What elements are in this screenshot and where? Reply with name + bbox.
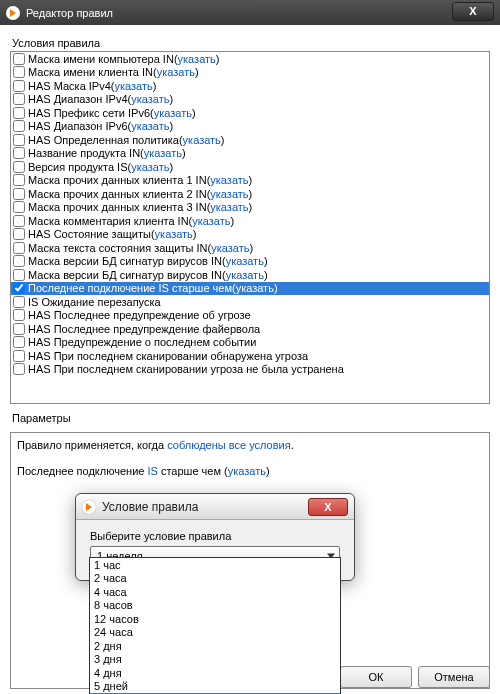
condition-row[interactable]: Последнее подключение IS старше чем (ука…: [11, 282, 489, 296]
condition-row[interactable]: Маска прочих данных клиента 1 IN (указат…: [11, 174, 489, 188]
condition-specify-link[interactable]: указать: [210, 201, 248, 213]
condition-checkbox[interactable]: [13, 93, 25, 105]
condition-specify-link[interactable]: указать: [183, 134, 221, 146]
close-button[interactable]: X: [452, 2, 494, 21]
condition-specify-link[interactable]: указать: [131, 161, 169, 173]
operator-link[interactable]: IS: [147, 465, 157, 477]
cancel-button[interactable]: Отмена: [418, 666, 490, 688]
condition-checkbox[interactable]: [13, 228, 25, 240]
condition-text: Маска версии БД сигнатур вирусов IN: [28, 255, 222, 267]
condition-row[interactable]: HAS Префикс сети IPv6 (указать): [11, 106, 489, 120]
condition-checkbox[interactable]: [13, 174, 25, 186]
condition-row[interactable]: Маска прочих данных клиента 2 IN (указат…: [11, 187, 489, 201]
dropdown-option[interactable]: 2 часа: [90, 572, 340, 586]
condition-checkbox[interactable]: [13, 215, 25, 227]
condition-checkbox[interactable]: [13, 107, 25, 119]
condition-row[interactable]: HAS Определенная политика (указать): [11, 133, 489, 147]
condition-text: Маска имени компьютера IN: [28, 53, 174, 65]
condition-checkbox[interactable]: [13, 120, 25, 132]
condition-specify-link[interactable]: указать: [155, 228, 193, 240]
close-icon: X: [324, 501, 331, 513]
condition-specify-link[interactable]: указать: [192, 215, 230, 227]
condition-row[interactable]: HAS Последнее предупреждение об угрозе: [11, 309, 489, 323]
dropdown-option[interactable]: 5 дней: [90, 680, 340, 694]
condition-row[interactable]: Маска прочих данных клиента 3 IN (указат…: [11, 201, 489, 215]
condition-row[interactable]: HAS Маска IPv4 (указать): [11, 79, 489, 93]
dropdown-option[interactable]: 3 дня: [90, 653, 340, 667]
conditions-match-link[interactable]: соблюдены все условия: [167, 439, 290, 451]
condition-specify-link[interactable]: указать: [210, 174, 248, 186]
condition-specify-link[interactable]: указать: [154, 107, 192, 119]
condition-checkbox[interactable]: [13, 296, 25, 308]
condition-text: HAS Предупреждение о последнем событии: [28, 336, 256, 348]
dropdown-option[interactable]: 8 часов: [90, 599, 340, 613]
condition-checkbox[interactable]: [13, 201, 25, 213]
condition-checkbox[interactable]: [13, 269, 25, 281]
condition-specify-link[interactable]: указать: [226, 255, 264, 267]
dropdown-option[interactable]: 1 час: [90, 558, 340, 572]
condition-checkbox[interactable]: [13, 53, 25, 65]
condition-row[interactable]: Версия продукта IS (указать): [11, 160, 489, 174]
titlebar[interactable]: Редактор правил X: [0, 0, 500, 25]
condition-specify-link[interactable]: указать: [115, 80, 153, 92]
dialog-close-button[interactable]: X: [308, 498, 348, 516]
condition-specify-link[interactable]: указать: [210, 188, 248, 200]
condition-row[interactable]: Маска комментария клиента IN (указать): [11, 214, 489, 228]
condition-text: Маска прочих данных клиента 2 IN: [28, 188, 207, 200]
condition-row[interactable]: HAS Предупреждение о последнем событии: [11, 336, 489, 350]
condition-dropdown-list[interactable]: 1 час2 часа4 часа8 часов12 часов24 часа2…: [89, 557, 341, 694]
condition-row[interactable]: Маска имени компьютера IN (указать): [11, 52, 489, 66]
condition-checkbox[interactable]: [13, 323, 25, 335]
text: старше чем: [158, 465, 224, 477]
condition-checkbox[interactable]: [13, 363, 25, 375]
dropdown-option[interactable]: 4 дня: [90, 666, 340, 680]
cancel-label: Отмена: [434, 671, 473, 683]
condition-checkbox[interactable]: [13, 242, 25, 254]
condition-specify-link[interactable]: указать: [157, 66, 195, 78]
condition-checkbox[interactable]: [13, 282, 25, 294]
condition-row[interactable]: Маска версии БД сигнатур вирусов IN (ука…: [11, 268, 489, 282]
dialog-titlebar[interactable]: Условие правила X: [76, 494, 354, 520]
condition-checkbox[interactable]: [13, 188, 25, 200]
condition-specify-link[interactable]: указать: [131, 93, 169, 105]
condition-text: IS Ожидание перезапуска: [28, 296, 161, 308]
dialog-field-label: Выберите условие правила: [90, 530, 340, 542]
condition-checkbox[interactable]: [13, 66, 25, 78]
condition-row[interactable]: HAS Состояние защиты (указать): [11, 228, 489, 242]
condition-row[interactable]: HAS Диапазон IPv4 (указать): [11, 93, 489, 107]
condition-checkbox[interactable]: [13, 309, 25, 321]
condition-row[interactable]: Маска имени клиента IN (указать): [11, 66, 489, 80]
condition-checkbox[interactable]: [13, 161, 25, 173]
condition-checkbox[interactable]: [13, 147, 25, 159]
ok-button[interactable]: ОК: [340, 666, 412, 688]
condition-row[interactable]: Название продукта IN (указать): [11, 147, 489, 161]
condition-specify-link[interactable]: указать: [144, 147, 182, 159]
condition-specify-link[interactable]: указать: [211, 242, 249, 254]
condition-text: HAS Диапазон IPv4: [28, 93, 128, 105]
condition-text: Маска версии БД сигнатур вирусов IN: [28, 269, 222, 281]
condition-specify-link[interactable]: указать: [178, 53, 216, 65]
condition-checkbox[interactable]: [13, 350, 25, 362]
conditions-listbox[interactable]: Маска имени компьютера IN (указать)Маска…: [10, 51, 490, 404]
condition-checkbox[interactable]: [13, 255, 25, 267]
condition-checkbox[interactable]: [13, 134, 25, 146]
condition-row[interactable]: Маска версии БД сигнатур вирусов IN (ука…: [11, 255, 489, 269]
dropdown-option[interactable]: 12 часов: [90, 612, 340, 626]
condition-row[interactable]: HAS Диапазон IPv6 (указать): [11, 120, 489, 134]
condition-specify-link[interactable]: указать: [236, 282, 274, 294]
condition-checkbox[interactable]: [13, 336, 25, 348]
condition-row[interactable]: HAS При последнем сканировании обнаружен…: [11, 349, 489, 363]
condition-row[interactable]: Маска текста состояния защиты IN (указат…: [11, 241, 489, 255]
condition-specify-link[interactable]: указать: [226, 269, 264, 281]
condition-row[interactable]: IS Ожидание перезапуска: [11, 295, 489, 309]
dropdown-option[interactable]: 24 часа: [90, 626, 340, 640]
condition-text: HAS Состояние защиты: [28, 228, 151, 240]
value-link[interactable]: указать: [228, 465, 266, 477]
dropdown-option[interactable]: 2 дня: [90, 639, 340, 653]
condition-checkbox[interactable]: [13, 80, 25, 92]
condition-row[interactable]: HAS При последнем сканировании угроза не…: [11, 363, 489, 377]
condition-row[interactable]: HAS Последнее предупреждение файервола: [11, 322, 489, 336]
condition-text: Маска прочих данных клиента 3 IN: [28, 201, 207, 213]
condition-specify-link[interactable]: указать: [131, 120, 169, 132]
dropdown-option[interactable]: 4 часа: [90, 585, 340, 599]
